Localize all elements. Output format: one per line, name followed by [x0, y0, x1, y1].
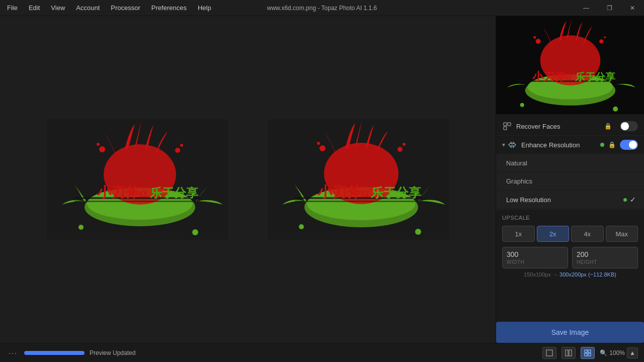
mode-selected-dot [623, 198, 627, 202]
upscale-buttons: 1x 2x 4x Max [502, 226, 638, 242]
dimension-row: 300 WIDTH 200 HEIGHT [502, 247, 638, 268]
svg-point-18 [397, 147, 403, 152]
upscale-title: UPSCALE [502, 215, 638, 221]
image-panel-right: 小刀斧α 乐于分享 [258, 114, 459, 245]
svg-point-9 [78, 225, 84, 230]
dots-menu-button[interactable]: ⋯ [6, 347, 19, 358]
svg-text:乐于分享: 乐于分享 [150, 186, 199, 200]
close-button[interactable]: ✕ [621, 0, 644, 16]
svg-point-20 [319, 145, 326, 151]
zoom-icon: 🔍 [600, 349, 607, 356]
preview-status-label: Preview Updated [90, 349, 135, 356]
size-to: 300x200px (~112.8KB) [559, 272, 616, 278]
window-title: www.x6d.com.png - Topaz Photo AI 1.1.6 [267, 5, 377, 12]
enhance-resolution-label: Enhance Resolution [521, 141, 600, 149]
menu-edit[interactable]: Edit [24, 2, 45, 14]
enhance-resolution-icon [507, 140, 517, 150]
canvas-area[interactable]: 小刀斧α 乐于分享 [0, 16, 496, 343]
upscale-section: UPSCALE 1x 2x 4x Max 300 WIDTH 200 HEIGH… [496, 209, 644, 288]
svg-rect-44 [546, 350, 552, 356]
svg-text:小刀斧α: 小刀斧α [97, 185, 147, 200]
toolbar-right: 🔍 100% ▲ [542, 347, 638, 359]
maximize-button[interactable]: ❐ [598, 0, 621, 16]
svg-point-6 [99, 146, 105, 152]
svg-rect-42 [508, 123, 511, 126]
recover-faces-toggle[interactable] [620, 121, 638, 131]
view-grid-button[interactable] [581, 347, 595, 359]
recover-faces-icon [502, 121, 512, 131]
upscale-1x-button[interactable]: 1x [502, 226, 535, 242]
svg-text:乐于分享: 乐于分享 [575, 71, 616, 82]
zoom-level: 100% [609, 349, 625, 356]
size-info: 150x100px → 300x200px (~112.8KB) [502, 272, 638, 278]
image-panel-left: 小刀斧α 乐于分享 [37, 114, 238, 245]
chevron-down-icon: ▾ [502, 141, 505, 148]
view-single-button[interactable] [542, 347, 556, 359]
svg-rect-50 [588, 353, 591, 356]
enhance-resolution-toggle[interactable] [620, 140, 638, 150]
menu-file[interactable]: File [2, 2, 23, 14]
size-from: 150x100px [524, 272, 551, 278]
svg-rect-11 [74, 201, 200, 202]
height-box: 200 HEIGHT [572, 247, 638, 268]
enhance-resolution-header[interactable]: ▾ Enhance Resolution 🔒 [496, 136, 644, 154]
svg-rect-41 [504, 123, 507, 126]
height-label: HEIGHT [577, 259, 633, 265]
width-label: WIDTH [507, 259, 564, 265]
mode-graphics[interactable]: Graphics [496, 172, 644, 191]
height-value: 200 [577, 250, 633, 258]
image-comparison: 小刀斧α 乐于分享 [37, 114, 459, 245]
enhanced-image: 小刀斧α 乐于分享 [268, 119, 449, 240]
menu-view[interactable]: View [46, 2, 70, 14]
mode-natural[interactable]: Natural [496, 154, 644, 172]
svg-point-37 [520, 103, 524, 107]
svg-point-35 [533, 36, 536, 39]
menu-preferences[interactable]: Preferences [146, 2, 192, 14]
svg-rect-48 [588, 350, 591, 352]
enhance-resolution-section: ▾ Enhance Resolution 🔒 Natural [496, 136, 644, 209]
window-controls: — ❐ ✕ [575, 0, 644, 16]
original-image: 小刀斧α 乐于分享 [47, 119, 228, 240]
svg-point-19 [403, 143, 406, 146]
menu-account[interactable]: Account [71, 2, 105, 14]
recover-faces-label: Recover Faces [516, 123, 604, 130]
menu-bar: File Edit View Account Processor Prefere… [2, 2, 216, 14]
svg-rect-25 [295, 201, 423, 202]
menu-processor[interactable]: Processor [106, 2, 145, 14]
titlebar: File Edit View Account Processor Prefere… [0, 0, 644, 16]
size-arrow: → [552, 272, 559, 278]
upscale-2x-button[interactable]: 2x [537, 226, 570, 242]
right-panel: 小刀斧α 乐于分享 Recover Faces 🔒 [496, 16, 644, 343]
menu-help[interactable]: Help [193, 2, 216, 14]
mode-graphics-label: Graphics [506, 177, 532, 185]
view-split-vertical-button[interactable] [561, 347, 576, 359]
panel-controls: Recover Faces 🔒 ▾ Enhance Resolution [496, 114, 644, 322]
recover-faces-lock-icon: 🔒 [604, 123, 612, 130]
svg-text:小刀斧α: 小刀斧α [532, 70, 572, 83]
upscale-max-button[interactable]: Max [606, 226, 638, 242]
main-content: 小刀斧α 乐于分享 [0, 16, 644, 343]
svg-rect-46 [569, 350, 572, 356]
progress-area: ⋯ Preview Updated [6, 347, 135, 358]
svg-point-21 [317, 142, 320, 145]
svg-point-23 [299, 224, 304, 229]
svg-point-22 [415, 229, 421, 235]
upscale-4x-button[interactable]: 4x [571, 226, 604, 242]
thumbnail-area: 小刀斧α 乐于分享 [496, 16, 644, 114]
thumbnail-image: 小刀斧α 乐于分享 [496, 16, 644, 114]
svg-point-8 [192, 229, 198, 235]
svg-point-33 [604, 36, 606, 38]
zoom-area: 🔍 100% ▲ [600, 347, 638, 358]
zoom-up-button[interactable]: ▲ [627, 347, 638, 358]
svg-point-7 [97, 143, 100, 146]
svg-point-4 [175, 148, 180, 153]
bottom-toolbar: ⋯ Preview Updated 🔍 100% ▲ [0, 343, 644, 362]
svg-point-32 [599, 39, 603, 43]
progress-bar-fill [24, 351, 85, 355]
mode-low-resolution[interactable]: Low Resolution ✓ [496, 191, 644, 209]
minimize-button[interactable]: — [575, 0, 598, 16]
svg-rect-45 [566, 350, 568, 356]
svg-rect-49 [585, 353, 587, 356]
save-image-button[interactable]: Save Image [496, 322, 644, 343]
width-box: 300 WIDTH [502, 247, 568, 268]
